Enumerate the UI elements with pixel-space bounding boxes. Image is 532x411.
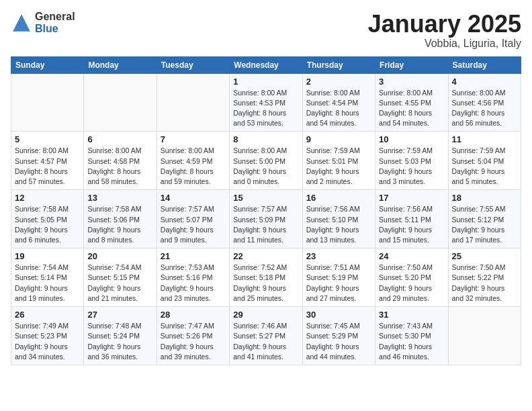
- calendar-cell: 14Sunrise: 7:57 AM Sunset: 5:07 PM Dayli…: [157, 190, 229, 248]
- day-number: 7: [161, 134, 226, 144]
- day-info: Sunrise: 7:57 AM Sunset: 5:09 PM Dayligh…: [233, 204, 298, 245]
- weekday-header-sunday: Sunday: [11, 56, 84, 73]
- day-info: Sunrise: 7:51 AM Sunset: 5:19 PM Dayligh…: [306, 263, 371, 304]
- day-number: 21: [161, 251, 226, 261]
- calendar-cell: 4Sunrise: 8:00 AM Sunset: 4:56 PM Daylig…: [448, 73, 521, 132]
- weekday-header-wednesday: Wednesday: [230, 56, 302, 73]
- day-info: Sunrise: 7:46 AM Sunset: 5:27 PM Dayligh…: [233, 321, 298, 362]
- calendar-cell: 21Sunrise: 7:53 AM Sunset: 5:16 PM Dayli…: [157, 248, 229, 307]
- day-number: 10: [379, 134, 444, 144]
- logo-blue-text: Blue: [35, 23, 75, 35]
- calendar-cell: 11Sunrise: 7:59 AM Sunset: 5:04 PM Dayli…: [448, 132, 521, 190]
- calendar-table: SundayMondayTuesdayWednesdayThursdayFrid…: [11, 56, 521, 365]
- calendar-cell: 27Sunrise: 7:48 AM Sunset: 5:24 PM Dayli…: [84, 307, 157, 365]
- calendar-cell: [157, 73, 229, 132]
- week-row-3: 12Sunrise: 7:58 AM Sunset: 5:05 PM Dayli…: [11, 190, 521, 248]
- calendar-cell: 9Sunrise: 7:59 AM Sunset: 5:01 PM Daylig…: [302, 132, 375, 190]
- calendar-cell: 10Sunrise: 7:59 AM Sunset: 5:03 PM Dayli…: [375, 132, 448, 190]
- page-header: General Blue January 2025 Vobbia, Liguri…: [11, 11, 521, 50]
- calendar-cell: [448, 307, 521, 365]
- title-block: January 2025 Vobbia, Liguria, Italy: [368, 11, 521, 50]
- week-row-5: 26Sunrise: 7:49 AM Sunset: 5:23 PM Dayli…: [11, 307, 521, 365]
- day-info: Sunrise: 7:57 AM Sunset: 5:07 PM Dayligh…: [161, 204, 226, 245]
- day-info: Sunrise: 7:58 AM Sunset: 5:06 PM Dayligh…: [87, 204, 152, 245]
- day-number: 4: [452, 77, 517, 87]
- day-info: Sunrise: 8:00 AM Sunset: 5:00 PM Dayligh…: [233, 146, 298, 187]
- day-number: 26: [15, 310, 80, 320]
- day-number: 27: [87, 310, 152, 320]
- day-number: 6: [87, 134, 152, 144]
- day-info: Sunrise: 7:50 AM Sunset: 5:22 PM Dayligh…: [452, 263, 517, 304]
- day-info: Sunrise: 8:00 AM Sunset: 4:54 PM Dayligh…: [306, 88, 371, 129]
- weekday-row: SundayMondayTuesdayWednesdayThursdayFrid…: [11, 56, 521, 73]
- svg-marker-0: [13, 14, 30, 32]
- calendar-cell: 16Sunrise: 7:56 AM Sunset: 5:10 PM Dayli…: [302, 190, 375, 248]
- weekday-header-tuesday: Tuesday: [157, 56, 229, 73]
- logo-icon: [11, 12, 32, 34]
- day-info: Sunrise: 7:49 AM Sunset: 5:23 PM Dayligh…: [15, 321, 80, 362]
- calendar-cell: 25Sunrise: 7:50 AM Sunset: 5:22 PM Dayli…: [448, 248, 521, 307]
- calendar-cell: 1Sunrise: 8:00 AM Sunset: 4:53 PM Daylig…: [230, 73, 302, 132]
- calendar-title: January 2025: [368, 11, 521, 38]
- day-number: 15: [233, 193, 298, 203]
- calendar-cell: 5Sunrise: 8:00 AM Sunset: 4:57 PM Daylig…: [11, 132, 84, 190]
- calendar-cell: 24Sunrise: 7:50 AM Sunset: 5:20 PM Dayli…: [375, 248, 448, 307]
- day-number: 18: [452, 193, 517, 203]
- calendar-cell: 30Sunrise: 7:45 AM Sunset: 5:29 PM Dayli…: [302, 307, 375, 365]
- day-number: 24: [379, 251, 444, 261]
- calendar-cell: 17Sunrise: 7:56 AM Sunset: 5:11 PM Dayli…: [375, 190, 448, 248]
- day-info: Sunrise: 8:00 AM Sunset: 4:56 PM Dayligh…: [452, 88, 517, 129]
- day-info: Sunrise: 8:00 AM Sunset: 4:59 PM Dayligh…: [161, 146, 226, 187]
- day-number: 23: [306, 251, 371, 261]
- week-row-2: 5Sunrise: 8:00 AM Sunset: 4:57 PM Daylig…: [11, 132, 521, 190]
- day-info: Sunrise: 8:00 AM Sunset: 4:53 PM Dayligh…: [233, 88, 298, 129]
- day-number: 2: [306, 77, 371, 87]
- day-number: 12: [15, 193, 80, 203]
- calendar-cell: 3Sunrise: 8:00 AM Sunset: 4:55 PM Daylig…: [375, 73, 448, 132]
- day-info: Sunrise: 7:59 AM Sunset: 5:04 PM Dayligh…: [452, 146, 517, 187]
- calendar-cell: 31Sunrise: 7:43 AM Sunset: 5:30 PM Dayli…: [375, 307, 448, 365]
- day-info: Sunrise: 8:00 AM Sunset: 4:58 PM Dayligh…: [87, 146, 152, 187]
- day-number: 30: [306, 310, 371, 320]
- logo-text: General Blue: [35, 11, 75, 34]
- day-number: 17: [379, 193, 444, 203]
- calendar-location: Vobbia, Liguria, Italy: [368, 38, 521, 50]
- calendar-cell: 13Sunrise: 7:58 AM Sunset: 5:06 PM Dayli…: [84, 190, 157, 248]
- calendar-body: 1Sunrise: 8:00 AM Sunset: 4:53 PM Daylig…: [11, 73, 521, 365]
- day-info: Sunrise: 7:54 AM Sunset: 5:14 PM Dayligh…: [15, 263, 80, 304]
- calendar-cell: 29Sunrise: 7:46 AM Sunset: 5:27 PM Dayli…: [230, 307, 302, 365]
- day-info: Sunrise: 7:59 AM Sunset: 5:03 PM Dayligh…: [379, 146, 444, 187]
- calendar-cell: 6Sunrise: 8:00 AM Sunset: 4:58 PM Daylig…: [84, 132, 157, 190]
- day-number: 19: [15, 251, 80, 261]
- calendar-cell: 15Sunrise: 7:57 AM Sunset: 5:09 PM Dayli…: [230, 190, 302, 248]
- day-number: 11: [452, 134, 517, 144]
- calendar-cell: [84, 73, 157, 132]
- day-info: Sunrise: 8:00 AM Sunset: 4:55 PM Dayligh…: [379, 88, 444, 129]
- day-info: Sunrise: 7:50 AM Sunset: 5:20 PM Dayligh…: [379, 263, 444, 304]
- calendar-cell: 22Sunrise: 7:52 AM Sunset: 5:18 PM Dayli…: [230, 248, 302, 307]
- day-number: 14: [161, 193, 226, 203]
- day-number: 22: [233, 251, 298, 261]
- day-number: 13: [87, 193, 152, 203]
- week-row-1: 1Sunrise: 8:00 AM Sunset: 4:53 PM Daylig…: [11, 73, 521, 132]
- weekday-header-friday: Friday: [375, 56, 448, 73]
- weekday-header-monday: Monday: [84, 56, 157, 73]
- calendar-cell: 23Sunrise: 7:51 AM Sunset: 5:19 PM Dayli…: [302, 248, 375, 307]
- calendar-cell: 20Sunrise: 7:54 AM Sunset: 5:15 PM Dayli…: [84, 248, 157, 307]
- day-number: 28: [161, 310, 226, 320]
- calendar-cell: 28Sunrise: 7:47 AM Sunset: 5:26 PM Dayli…: [157, 307, 229, 365]
- day-info: Sunrise: 7:59 AM Sunset: 5:01 PM Dayligh…: [306, 146, 371, 187]
- calendar-cell: 2Sunrise: 8:00 AM Sunset: 4:54 PM Daylig…: [302, 73, 375, 132]
- calendar-cell: 12Sunrise: 7:58 AM Sunset: 5:05 PM Dayli…: [11, 190, 84, 248]
- day-number: 20: [87, 251, 152, 261]
- day-info: Sunrise: 7:43 AM Sunset: 5:30 PM Dayligh…: [379, 321, 444, 362]
- calendar-cell: 8Sunrise: 8:00 AM Sunset: 5:00 PM Daylig…: [230, 132, 302, 190]
- calendar-cell: 18Sunrise: 7:55 AM Sunset: 5:12 PM Dayli…: [448, 190, 521, 248]
- logo-general-text: General: [35, 11, 75, 23]
- day-info: Sunrise: 7:53 AM Sunset: 5:16 PM Dayligh…: [161, 263, 226, 304]
- calendar-cell: [11, 73, 84, 132]
- calendar-cell: 26Sunrise: 7:49 AM Sunset: 5:23 PM Dayli…: [11, 307, 84, 365]
- weekday-header-thursday: Thursday: [302, 56, 375, 73]
- day-info: Sunrise: 7:55 AM Sunset: 5:12 PM Dayligh…: [452, 204, 517, 245]
- day-info: Sunrise: 7:52 AM Sunset: 5:18 PM Dayligh…: [233, 263, 298, 304]
